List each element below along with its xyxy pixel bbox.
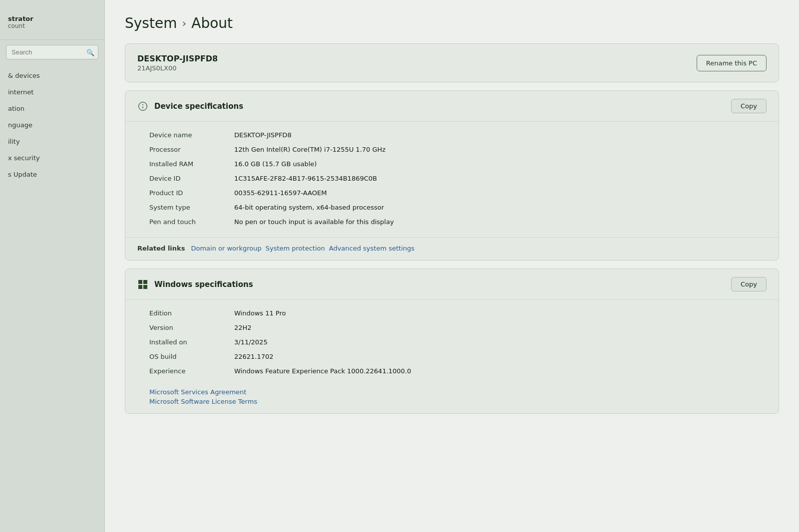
breadcrumb-system: System <box>125 15 177 31</box>
windows-icon <box>137 279 148 290</box>
microsoft-services-link[interactable]: Microsoft Services Agreement <box>149 388 767 396</box>
ms-links: Microsoft Services Agreement Microsoft S… <box>125 386 779 413</box>
table-row: Experience Windows Feature Experience Pa… <box>149 364 767 378</box>
device-specs-header-left: Device specifications <box>137 101 243 112</box>
device-name-info: DESKTOP-JISPFD8 21AJS0LX00 <box>137 54 218 72</box>
spec-label: System type <box>149 204 229 211</box>
spec-value: Windows Feature Experience Pack 1000.226… <box>234 367 767 375</box>
table-row: Version 22H2 <box>149 320 767 335</box>
windows-specs-card: Windows specifications Copy Edition Wind… <box>125 268 779 414</box>
device-specs-title: Device specifications <box>154 102 243 111</box>
sidebar-user: strator count <box>0 10 104 40</box>
windows-specs-header: Windows specifications Copy <box>125 269 779 300</box>
sidebar: strator count 🔍 & devices internet ation… <box>0 0 105 532</box>
windows-specs-copy-button[interactable]: Copy <box>731 277 767 291</box>
sidebar-item-security[interactable]: x security <box>0 150 104 166</box>
spec-label: Device ID <box>149 175 229 182</box>
spec-value: 3/11/2025 <box>234 338 767 346</box>
sidebar-item-network[interactable]: internet <box>0 84 104 100</box>
spec-label: Product ID <box>149 189 229 197</box>
spec-value: No pen or touch input is available for t… <box>234 218 767 226</box>
system-protection-link[interactable]: System protection <box>266 245 325 252</box>
sidebar-username: strator <box>8 15 96 22</box>
device-specs-copy-button[interactable]: Copy <box>731 99 767 113</box>
domain-or-workgroup-link[interactable]: Domain or workgroup <box>191 245 261 252</box>
windows-specs-title: Windows specifications <box>154 280 253 289</box>
spec-label: Version <box>149 324 229 331</box>
spec-value: 16.0 GB (15.7 GB usable) <box>234 160 767 168</box>
info-icon <box>137 101 148 112</box>
device-specs-header: Device specifications Copy <box>125 91 779 122</box>
spec-label: OS build <box>149 353 229 360</box>
spec-value: 22621.1702 <box>234 353 767 360</box>
sidebar-item-bluetooth[interactable]: & devices <box>0 67 104 84</box>
spec-value: 00355-62911-16597-AAOEM <box>234 189 767 197</box>
device-name-card: DESKTOP-JISPFD8 21AJS0LX00 Rename this P… <box>125 43 779 82</box>
sidebar-item-language[interactable]: nguage <box>0 117 104 133</box>
windows-icon-quad-tl <box>138 280 142 284</box>
sidebar-account: count <box>8 22 96 29</box>
windows-specs-header-left: Windows specifications <box>137 279 253 290</box>
table-row: Installed on 3/11/2025 <box>149 335 767 349</box>
spec-value: 12th Gen Intel(R) Core(TM) i7-1255U 1.70… <box>234 146 767 153</box>
spec-label: Installed RAM <box>149 160 229 168</box>
sidebar-item-personalization[interactable]: ation <box>0 100 104 117</box>
breadcrumb-chevron: › <box>182 17 186 29</box>
windows-icon-quad-br <box>143 285 147 289</box>
rename-pc-button[interactable]: Rename this PC <box>697 55 767 71</box>
device-specs-table: Device name DESKTOP-JISPFD8 Processor 12… <box>125 122 779 237</box>
windows-specs-table: Edition Windows 11 Pro Version 22H2 Inst… <box>125 300 779 386</box>
sidebar-item-accessibility[interactable]: ility <box>0 133 104 150</box>
spec-value: Windows 11 Pro <box>234 309 767 317</box>
table-row: OS build 22621.1702 <box>149 349 767 364</box>
device-serial: 21AJS0LX00 <box>137 64 218 72</box>
spec-value: 64-bit operating system, x64-based proce… <box>234 204 767 211</box>
related-links: Related links Domain or workgroup System… <box>125 237 779 260</box>
spec-label: Edition <box>149 309 229 317</box>
sidebar-search-container: 🔍 <box>6 45 98 59</box>
table-row: Device ID 1C315AFE-2F82-4B17-9615-2534B1… <box>149 171 767 186</box>
breadcrumb-about: About <box>191 15 233 31</box>
spec-label: Device name <box>149 131 229 139</box>
spec-value: 1C315AFE-2F82-4B17-9615-2534B1869C0B <box>234 175 767 182</box>
search-icon: 🔍 <box>86 48 94 56</box>
table-row: Pen and touch No pen or touch input is a… <box>149 215 767 229</box>
advanced-system-settings-link[interactable]: Advanced system settings <box>329 245 414 252</box>
spec-label: Pen and touch <box>149 218 229 226</box>
breadcrumb: System › About <box>125 15 779 31</box>
spec-label: Experience <box>149 367 229 375</box>
search-input[interactable] <box>6 45 98 59</box>
windows-icon-quad-bl <box>138 285 142 289</box>
microsoft-license-link[interactable]: Microsoft Software License Terms <box>149 398 767 405</box>
spec-label: Processor <box>149 146 229 153</box>
device-specs-card: Device specifications Copy Device name D… <box>125 90 779 261</box>
table-row: Edition Windows 11 Pro <box>149 306 767 320</box>
device-hostname: DESKTOP-JISPFD8 <box>137 54 218 63</box>
related-links-label: Related links <box>137 245 185 252</box>
windows-icon-quad-tr <box>143 280 147 284</box>
table-row: Installed RAM 16.0 GB (15.7 GB usable) <box>149 157 767 171</box>
spec-label: Installed on <box>149 338 229 346</box>
main-content: System › About DESKTOP-JISPFD8 21AJS0LX0… <box>105 0 799 532</box>
table-row: System type 64-bit operating system, x64… <box>149 200 767 215</box>
table-row: Product ID 00355-62911-16597-AAOEM <box>149 186 767 200</box>
spec-value: DESKTOP-JISPFD8 <box>234 131 767 139</box>
table-row: Device name DESKTOP-JISPFD8 <box>149 128 767 142</box>
sidebar-item-windowsupdate[interactable]: s Update <box>0 166 104 183</box>
table-row: Processor 12th Gen Intel(R) Core(TM) i7-… <box>149 142 767 157</box>
spec-value: 22H2 <box>234 324 767 331</box>
